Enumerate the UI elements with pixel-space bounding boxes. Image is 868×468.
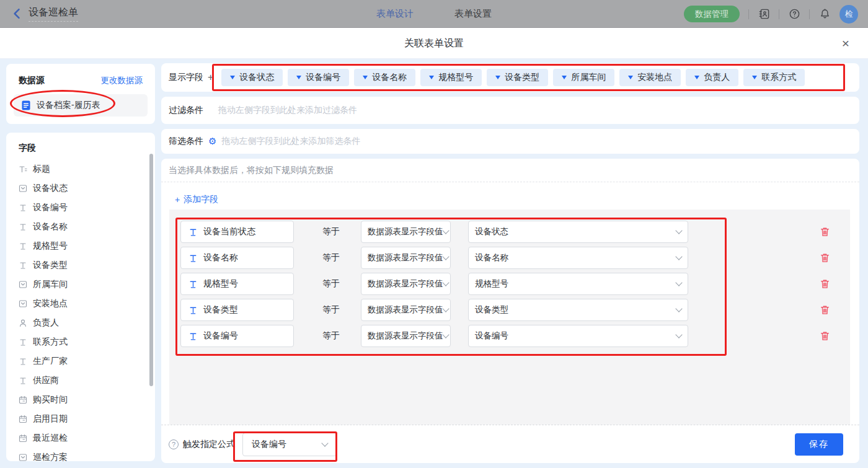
select-field-icon <box>19 184 27 193</box>
source-type-select[interactable]: 数据源表显示字段值 <box>361 273 451 295</box>
source-type-select[interactable]: 数据源表显示字段值 <box>361 325 451 347</box>
field-item[interactable]: 购买时间 <box>19 390 143 409</box>
source-type-select[interactable]: 数据源表显示字段值 <box>361 299 451 321</box>
field-item[interactable]: 标题 <box>19 159 143 179</box>
change-datasource-link[interactable]: 更改数据源 <box>101 75 143 86</box>
fields-scrollbar[interactable] <box>149 154 153 386</box>
target-field-box[interactable]: 设备编号 <box>180 325 294 347</box>
source-type-select[interactable]: 数据源表显示字段值 <box>361 247 451 269</box>
equals-label: 等于 <box>322 304 350 316</box>
target-field-label: 设备类型 <box>203 304 238 316</box>
field-item[interactable]: 负责人 <box>19 313 143 332</box>
chip-label: 所属车间 <box>571 72 606 83</box>
dialog-title: 关联表单设置 <box>0 28 868 59</box>
display-field-chip[interactable]: 设备名称 <box>354 69 415 86</box>
chip-label: 设备类型 <box>505 72 539 83</box>
field-item[interactable]: 所属车间 <box>19 275 143 294</box>
help-circle-icon[interactable]: ? <box>169 439 179 449</box>
field-item[interactable]: 联系方式 <box>19 332 143 351</box>
tab-form-settings[interactable]: 表单设置 <box>454 8 492 20</box>
display-field-chip[interactable]: 设备状态 <box>221 69 283 86</box>
data-manage-button[interactable]: 数据管理 <box>684 6 740 22</box>
help-icon[interactable] <box>788 8 800 20</box>
field-item-label: 安装地点 <box>33 298 68 309</box>
chip-label: 联系方式 <box>761 72 796 83</box>
contacts-icon[interactable] <box>758 8 770 20</box>
fill-rules-hint: 当选择具体数据后，将按如下规则填充数据 <box>169 165 334 176</box>
display-field-chip[interactable]: 联系方式 <box>743 69 805 86</box>
field-item[interactable]: 供应商 <box>19 371 143 390</box>
field-item-label: 联系方式 <box>33 337 68 348</box>
target-field-box[interactable]: 设备名称 <box>180 247 294 269</box>
user-field-icon <box>19 319 27 327</box>
chip-label: 规格型号 <box>438 72 473 83</box>
delete-rule-button[interactable] <box>820 331 830 342</box>
display-field-chip[interactable]: 所属车间 <box>553 69 614 86</box>
field-item[interactable]: 设备编号 <box>19 198 143 217</box>
tab-form-design[interactable]: 表单设计 <box>376 8 414 20</box>
source-field-select[interactable]: 设备名称 <box>468 247 688 269</box>
field-item[interactable]: 规格型号 <box>19 236 143 255</box>
source-type-select[interactable]: 数据源表显示字段值 <box>361 221 451 243</box>
equals-label: 等于 <box>322 330 350 342</box>
gear-icon[interactable]: ⚙ <box>208 136 216 147</box>
title-field-icon <box>19 165 27 174</box>
chevron-down-icon <box>675 331 682 338</box>
source-field-select[interactable]: 设备类型 <box>468 299 688 321</box>
display-field-chip[interactable]: 安装地点 <box>619 69 681 86</box>
user-avatar[interactable]: 检 <box>839 5 858 24</box>
target-field-label: 设备名称 <box>203 252 238 263</box>
delete-rule-button[interactable] <box>820 279 830 289</box>
source-field-select[interactable]: 设备编号 <box>468 325 688 347</box>
field-item-label: 设备编号 <box>33 202 68 213</box>
trigger-formula-label: 触发指定公式 <box>183 439 235 450</box>
bell-icon[interactable] <box>818 8 831 20</box>
display-field-chip[interactable]: 负责人 <box>686 69 738 86</box>
field-item[interactable]: 设备类型 <box>19 255 143 275</box>
display-field-chip[interactable]: 规格型号 <box>420 69 482 86</box>
selected-datasource[interactable]: 设备档案-履历表 <box>14 94 148 117</box>
source-field-select[interactable]: 规格型号 <box>468 273 688 295</box>
field-item-label: 购买时间 <box>33 394 68 405</box>
add-field-button[interactable]: + 添加字段 <box>175 194 218 205</box>
topbar: 设备巡检单 表单设计 表单设置 数据管理 检 <box>0 0 868 28</box>
chevron-down-icon <box>562 76 567 79</box>
delete-rule-button[interactable] <box>820 253 830 263</box>
trigger-field-select[interactable]: 设备编号 <box>242 433 337 456</box>
target-field-label: 设备当前状态 <box>203 226 255 237</box>
dashed-divider <box>161 182 859 182</box>
target-field-box[interactable]: 规格型号 <box>180 273 294 295</box>
display-field-chip[interactable]: 设备类型 <box>487 69 548 86</box>
target-field-box[interactable]: 设备当前状态 <box>180 221 294 243</box>
add-display-field-button[interactable]: + <box>208 72 213 83</box>
text-field-icon <box>188 227 198 237</box>
chip-label: 设备编号 <box>306 72 340 83</box>
field-item[interactable]: 设备状态 <box>19 179 143 198</box>
fill-rules-card: 当选择具体数据后，将按如下规则填充数据 + 添加字段 设备当前状态 等于 数据源 <box>161 159 859 463</box>
field-item[interactable]: 安装地点 <box>19 294 143 313</box>
delete-rule-button[interactable] <box>820 305 830 316</box>
display-field-chip[interactable]: 设备编号 <box>288 69 349 86</box>
field-item[interactable]: 设备名称 <box>19 217 143 236</box>
fill-rule-row: 设备编号 等于 数据源表显示字段值 设备编号 <box>180 325 839 347</box>
chip-label: 设备状态 <box>239 72 274 83</box>
close-icon[interactable]: × <box>838 36 853 51</box>
fill-rule-row: 规格型号 等于 数据源表显示字段值 规格型号 <box>180 273 839 295</box>
filter-condition-row[interactable]: 过滤条件 拖动左侧字段到此处来添加过滤条件 <box>161 97 859 124</box>
field-item[interactable]: 启用日期 <box>19 409 143 428</box>
source-field-select[interactable]: 设备状态 <box>468 221 688 243</box>
delete-rule-button[interactable] <box>820 227 830 237</box>
field-item[interactable]: 最近巡检 <box>19 428 143 448</box>
save-button[interactable]: 保存 <box>795 433 843 456</box>
chevron-down-icon <box>752 76 757 79</box>
chevron-down-icon <box>628 76 633 79</box>
target-field-box[interactable]: 设备类型 <box>180 299 294 321</box>
field-item[interactable]: 巡检方案 <box>19 448 143 461</box>
text-field-icon <box>19 203 27 212</box>
screen-condition-row[interactable]: 筛选条件 ⚙ 拖动左侧字段到此处来添加筛选条件 <box>161 129 859 154</box>
field-item[interactable]: 生产厂家 <box>19 351 143 371</box>
text-field-icon <box>19 357 27 366</box>
field-item-label: 设备状态 <box>33 183 68 194</box>
select-field-icon <box>19 299 27 308</box>
date-field-icon <box>19 434 27 443</box>
